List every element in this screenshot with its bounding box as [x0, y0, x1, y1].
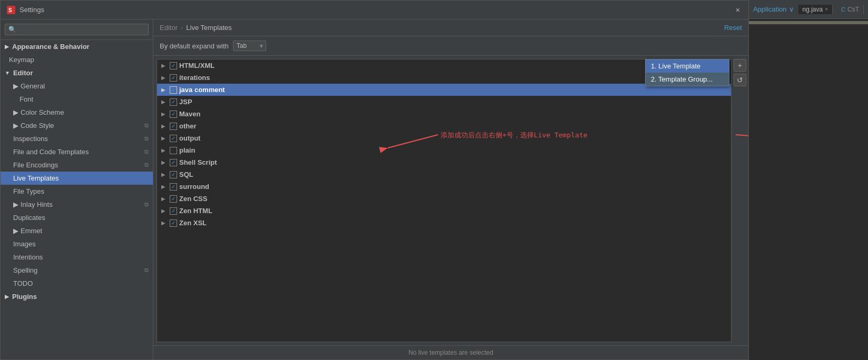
sidebar-item-emmet[interactable]: ▶ Emmet: [1, 224, 153, 237]
sidebar-item-live-templates[interactable]: Live Templates: [1, 172, 153, 185]
sidebar-item-todo[interactable]: TODO: [1, 277, 153, 290]
dialog-body: ▶ Appearance & Behavior Keymap ▼ Editor …: [1, 19, 748, 359]
dropdown-item-template-group[interactable]: 2. Template Group...: [646, 73, 729, 86]
sidebar-item-code-style[interactable]: ▶ Code Style ⧉: [1, 119, 153, 132]
checkbox-html[interactable]: ✓: [170, 62, 177, 69]
checkbox-iterations[interactable]: ✓: [170, 74, 177, 82]
template-group-jsp[interactable]: ▶ ✓ JSP: [157, 96, 731, 108]
expand-icon-java-comment: ▶: [161, 87, 168, 93]
sidebar-item-intentions[interactable]: Intentions: [1, 251, 153, 264]
sidebar-item-color-scheme[interactable]: ▶ Color Scheme: [1, 106, 153, 119]
sidebar-label-file-types: File Types: [13, 187, 44, 195]
sidebar-item-font[interactable]: Font: [1, 93, 153, 106]
ide-tab-ng[interactable]: ng.java ×: [798, 5, 833, 14]
sidebar-item-editor[interactable]: ▼ Editor: [1, 66, 153, 79]
sidebar: ▶ Appearance & Behavior Keymap ▼ Editor …: [1, 19, 153, 359]
chevron-right-icon-codestyle: ▶: [13, 122, 18, 129]
expand-label: By default expand with: [160, 42, 229, 50]
checkbox-shell[interactable]: ✓: [170, 159, 177, 166]
breadcrumb-separator: ›: [181, 24, 183, 32]
group-label-maven: Maven: [179, 110, 200, 118]
sidebar-item-spelling[interactable]: Spelling ⧉: [1, 264, 153, 277]
sidebar-item-duplicates[interactable]: Duplicates: [1, 211, 153, 224]
sidebar-item-file-types[interactable]: File Types: [1, 185, 153, 198]
template-group-zen-xsl[interactable]: ▶ ✓ Zen XSL: [157, 217, 731, 229]
search-input[interactable]: [5, 24, 149, 35]
sidebar-item-inspections[interactable]: Inspections ⧉: [1, 132, 153, 145]
expand-icon-output: ▶: [161, 135, 168, 141]
checkbox-other[interactable]: ✓: [170, 123, 177, 130]
sidebar-item-appearance[interactable]: ▶ Appearance & Behavior: [1, 40, 153, 53]
close-button[interactable]: ×: [734, 6, 742, 14]
sidebar-label-live-templates: Live Templates: [13, 174, 58, 182]
copy-icon-inlay-hints: ⧉: [144, 201, 149, 208]
checkbox-jsp[interactable]: ✓: [170, 98, 177, 106]
settings-icon: S: [7, 6, 15, 14]
template-list[interactable]: ▶ ✓ HTML/XML ▶ ✓ iterations ▶ ✓ java: [157, 59, 732, 342]
expand-icon-jsp: ▶: [161, 99, 168, 105]
checkbox-output[interactable]: ✓: [170, 135, 177, 142]
expand-icon-maven: ▶: [161, 111, 168, 117]
title-bar-left: S Settings: [7, 6, 44, 14]
ide-tab-cst[interactable]: C CsT: [837, 5, 864, 14]
add-button[interactable]: +: [734, 59, 746, 72]
sidebar-item-file-encodings[interactable]: File Encodings ⧉: [1, 158, 153, 172]
template-group-shell[interactable]: ▶ ✓ Shell Script: [157, 156, 731, 168]
group-label-other: other: [179, 122, 197, 130]
template-group-zen-css[interactable]: ▶ ✓ Zen CSS: [157, 193, 731, 205]
tab-close-ng[interactable]: ×: [825, 6, 828, 12]
group-label-zen-xsl: Zen XSL: [179, 219, 207, 227]
sidebar-item-keymap[interactable]: Keymap: [1, 53, 153, 66]
sidebar-label-general: General: [21, 82, 45, 90]
sidebar-item-general[interactable]: ▶ General: [1, 79, 153, 93]
checkbox-java-comment[interactable]: ✓: [170, 86, 177, 94]
ide-toolbar: Application ∨ ng.java × C CsT: [749, 0, 868, 19]
template-group-maven[interactable]: ▶ ✓ Maven: [157, 108, 731, 120]
copy-icon-code-style: ⧉: [144, 122, 149, 129]
template-group-other[interactable]: ▶ ✓ other: [157, 120, 731, 132]
template-area: ▶ ✓ HTML/XML ▶ ✓ iterations ▶ ✓ java: [153, 56, 748, 345]
app-dropdown[interactable]: Application ∨: [753, 5, 794, 13]
group-label-java-comment: java comment: [179, 86, 225, 94]
group-label-output: output: [179, 134, 200, 142]
breadcrumb: Editor › Live Templates: [160, 24, 232, 32]
checkbox-zen-css[interactable]: ✓: [170, 195, 177, 203]
app-label: Application: [753, 5, 787, 13]
sidebar-item-plugins[interactable]: ▶ Plugins: [1, 290, 153, 303]
editor-highlight-line: [749, 21, 868, 24]
expand-icon-plain: ▶: [161, 147, 168, 153]
sidebar-item-images[interactable]: Images: [1, 237, 153, 251]
sidebar-label-emmet: Emmet: [21, 227, 42, 235]
checkbox-zen-xsl[interactable]: ✓: [170, 219, 177, 227]
checkbox-surround[interactable]: ✓: [170, 183, 177, 191]
template-group-zen-html[interactable]: ▶ ✓ Zen HTML: [157, 205, 731, 217]
copy-icon-file-code-templates: ⧉: [144, 148, 149, 155]
sidebar-item-inlay-hints[interactable]: ▶ Inlay Hints ⧉: [1, 198, 153, 211]
template-controls: + ↺: [732, 56, 748, 89]
sidebar-label-plugins: Plugins: [12, 293, 37, 301]
expand-icon-zen-css: ▶: [161, 196, 168, 202]
undo-button[interactable]: ↺: [734, 74, 746, 86]
chevron-down-icon: ▼: [5, 70, 10, 76]
checkbox-zen-html[interactable]: ✓: [170, 207, 177, 215]
sidebar-label-inlay-hints: Inlay Hints: [21, 201, 53, 208]
copy-icon-spelling: ⧉: [144, 267, 149, 274]
checkbox-plain[interactable]: [170, 147, 177, 154]
checkbox-maven[interactable]: ✓: [170, 111, 177, 118]
sidebar-item-file-code-templates[interactable]: File and Code Templates ⧉: [1, 145, 153, 158]
dropdown-item-live-template[interactable]: 1. Live Template: [646, 59, 729, 73]
template-group-output[interactable]: ▶ ✓ output: [157, 132, 731, 144]
search-box: [1, 19, 153, 40]
tab-label-ng: ng.java: [803, 6, 823, 13]
template-group-plain[interactable]: ▶ plain: [157, 144, 731, 156]
template-group-surround[interactable]: ▶ ✓ surround: [157, 181, 731, 193]
reset-button[interactable]: Reset: [724, 24, 742, 32]
chevron-right-icon-inlay: ▶: [13, 201, 18, 208]
sidebar-label-file-encodings: File Encodings: [13, 161, 58, 169]
sidebar-label-images: Images: [13, 240, 36, 248]
sidebar-label-inspections: Inspections: [13, 135, 48, 143]
sidebar-label-appearance: Appearance & Behavior: [12, 43, 90, 51]
expand-select[interactable]: Tab Enter Space: [233, 41, 266, 51]
checkbox-sql[interactable]: ✓: [170, 171, 177, 178]
template-group-sql[interactable]: ▶ ✓ SQL: [157, 168, 731, 181]
